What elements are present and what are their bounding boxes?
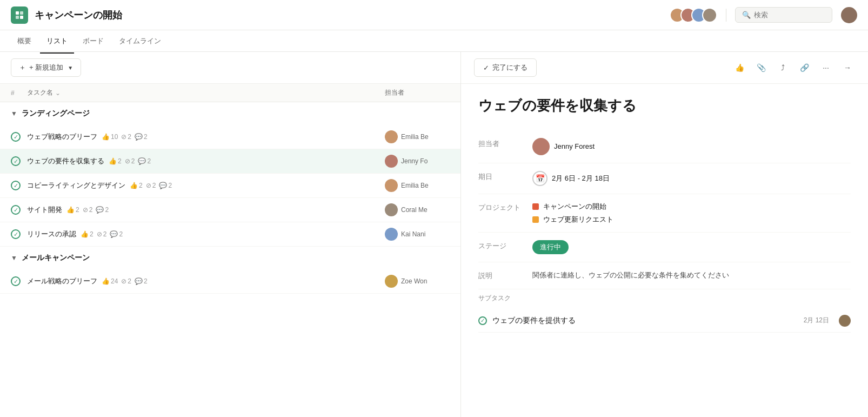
comments-count: 💬 2: [135, 133, 148, 141]
link-icon[interactable]: 🔗: [797, 60, 812, 75]
assignee-cell: Jenny Fo: [385, 155, 450, 168]
task-check[interactable]: ✓: [11, 156, 27, 166]
assignee-avatar: [385, 130, 398, 143]
project-color-dot: [532, 203, 539, 210]
task-meta: 👍 2 ⊘ 2 💬 2: [66, 206, 109, 214]
right-panel: ✓ 完了にする 👍 📎 ⤴ 🔗 ··· → ウェブの要件を収集する 担当者: [461, 52, 868, 417]
task-check[interactable]: ✓: [11, 181, 27, 190]
task-name-cell: コピーライティングとデザイン 👍 2 ⊘ 2 💬 2: [27, 181, 385, 190]
subtasks-count: ⊘ 2: [97, 230, 107, 238]
more-icon[interactable]: ···: [818, 60, 833, 75]
likes-count: 👍 2: [130, 182, 143, 189]
task-check[interactable]: ✓: [11, 229, 27, 239]
section-mail[interactable]: ▼ メールキャンペーン: [0, 247, 460, 269]
table-row[interactable]: ✓ サイト開発 👍 2 ⊘ 2 💬 2 Coral Me: [0, 198, 460, 222]
project-color-dot: [532, 216, 539, 223]
project-item: キャンペーンの開始: [532, 202, 851, 211]
assignee-cell: Emilia Be: [385, 179, 450, 192]
comments-count: 💬 2: [135, 277, 148, 285]
project-item: ウェブ更新リクエスト: [532, 215, 851, 224]
task-check[interactable]: ✓: [11, 132, 27, 142]
page-title: キャンペーンの開始: [35, 9, 122, 22]
search-box[interactable]: 🔍: [735, 7, 832, 23]
likes-count: 👍 2: [109, 157, 122, 165]
main: ＋ + 新規追加 ▼ # タスク名 ⌄ 担当者 ▼ ランディングページ ✓: [0, 52, 868, 417]
tab-board[interactable]: ボード: [76, 33, 110, 49]
task-name-cell: ウェブ戦略のブリーフ 👍 10 ⊘ 2 💬 2: [27, 132, 385, 142]
expand-icon[interactable]: →: [840, 60, 855, 75]
likes-count: 👍 24: [102, 277, 118, 285]
svg-rect-1: [20, 11, 23, 15]
subtasks-count: ⊘ 2: [125, 157, 135, 165]
assignee-cell: Emilia Be: [385, 130, 450, 143]
field-description: 説明 関係者に連絡し、ウェブの公開に必要な条件を集めてください: [478, 262, 851, 289]
column-task-name: タスク名 ⌄: [27, 88, 385, 97]
likes-count: 👍 2: [66, 206, 79, 214]
chevron-icon: ▼: [11, 110, 17, 117]
tab-list[interactable]: リスト: [40, 33, 74, 49]
subtasks-count: ⊘ 2: [83, 206, 93, 214]
detail-title: ウェブの要件を収集する: [478, 97, 851, 115]
subtask-row: ✓ ウェブの要件を提供する 2月 12日: [478, 309, 851, 333]
subtasks-count: ⊘ 2: [146, 182, 156, 189]
calendar-icon: 📅: [532, 171, 547, 186]
likes-count: 👍 10: [102, 133, 118, 141]
assignee-cell: Coral Me: [385, 203, 450, 216]
section-landing[interactable]: ▼ ランディングページ: [0, 102, 460, 125]
check-circle-icon: ✓: [11, 156, 21, 166]
task-name-cell: ウェブの要件を収集する 👍 2 ⊘ 2 💬 2: [27, 156, 385, 166]
subtasks-count: ⊘ 2: [121, 277, 131, 285]
table-row[interactable]: ✓ ウェブ戦略のブリーフ 👍 10 ⊘ 2 💬 2 Emilia Be: [0, 125, 460, 149]
header-right: 🔍: [670, 7, 857, 23]
subtask-section: サブタスク ✓ ウェブの要件を提供する 2月 12日: [478, 294, 851, 333]
column-hash: #: [11, 89, 27, 97]
chevron-icon: ▼: [11, 254, 17, 262]
column-assignee: 担当者: [385, 88, 450, 97]
comments-count: 💬 2: [110, 230, 123, 238]
add-new-button[interactable]: ＋ + 新規追加 ▼: [11, 58, 81, 77]
task-check[interactable]: ✓: [11, 276, 27, 286]
table-row[interactable]: ✓ コピーライティングとデザイン 👍 2 ⊘ 2 💬 2 Emilia Be: [0, 174, 460, 198]
tab-timeline[interactable]: タイムライン: [112, 33, 168, 49]
attachment-icon[interactable]: 📎: [753, 60, 769, 75]
current-user-avatar[interactable]: [841, 7, 857, 23]
thumbs-up-icon[interactable]: 👍: [732, 60, 747, 75]
check-circle-icon: ✓: [11, 229, 21, 239]
field-assignee: 担当者 Jenny Forest: [478, 130, 851, 163]
task-meta: 👍 24 ⊘ 2 💬 2: [102, 277, 148, 285]
task-meta: 👍 10 ⊘ 2 💬 2: [102, 133, 148, 141]
assignee-avatar: [385, 228, 398, 241]
field-date: 期日 📅 2月 6日 - 2月 18日: [478, 163, 851, 194]
table-header: # タスク名 ⌄ 担当者: [0, 84, 460, 102]
check-circle-icon: ✓: [478, 316, 487, 325]
search-input[interactable]: [754, 11, 825, 19]
table-row[interactable]: ✓ メール戦略のブリーフ 👍 24 ⊘ 2 💬 2 Zoe Won: [0, 269, 460, 294]
table-row[interactable]: ✓ ウェブの要件を収集する 👍 2 ⊘ 2 💬 2 Jenny Fo: [0, 149, 460, 174]
tab-overview[interactable]: 概要: [11, 33, 38, 49]
check-circle-icon: ✓: [11, 132, 21, 142]
assignee-avatar: [385, 155, 398, 168]
assignee-detail-avatar: [532, 138, 550, 155]
detail-actions: 👍 📎 ⤴ 🔗 ··· →: [732, 60, 855, 75]
likes-count: 👍 2: [81, 230, 94, 238]
check-circle-icon: ✓: [11, 205, 21, 215]
comments-count: 💬 2: [159, 182, 172, 189]
subtask-name: ウェブの要件を提供する: [492, 316, 576, 326]
check-circle-icon: ✓: [11, 276, 21, 286]
task-name-cell: リリースの承認 👍 2 ⊘ 2 💬 2: [27, 229, 385, 239]
assignee-cell: Zoe Won: [385, 275, 450, 288]
check-icon: ✓: [483, 64, 489, 72]
assignee-cell: Kai Nani: [385, 228, 450, 241]
complete-button[interactable]: ✓ 完了にする: [474, 58, 537, 77]
task-check[interactable]: ✓: [11, 205, 27, 215]
stage-badge[interactable]: 進行中: [532, 240, 569, 254]
share-icon[interactable]: ⤴: [775, 60, 790, 75]
comments-count: 💬 2: [96, 206, 109, 214]
svg-rect-0: [16, 11, 19, 15]
description-text: 関係者に連絡し、ウェブの公開に必要な条件を集めてください: [532, 270, 729, 281]
sort-icon[interactable]: ⌄: [55, 89, 61, 97]
check-circle-icon: ✓: [11, 181, 21, 190]
table-row[interactable]: ✓ リリースの承認 👍 2 ⊘ 2 💬 2 Kai Nani: [0, 222, 460, 247]
task-meta: 👍 2 ⊘ 2 💬 2: [109, 157, 151, 165]
avatar: [702, 8, 717, 23]
